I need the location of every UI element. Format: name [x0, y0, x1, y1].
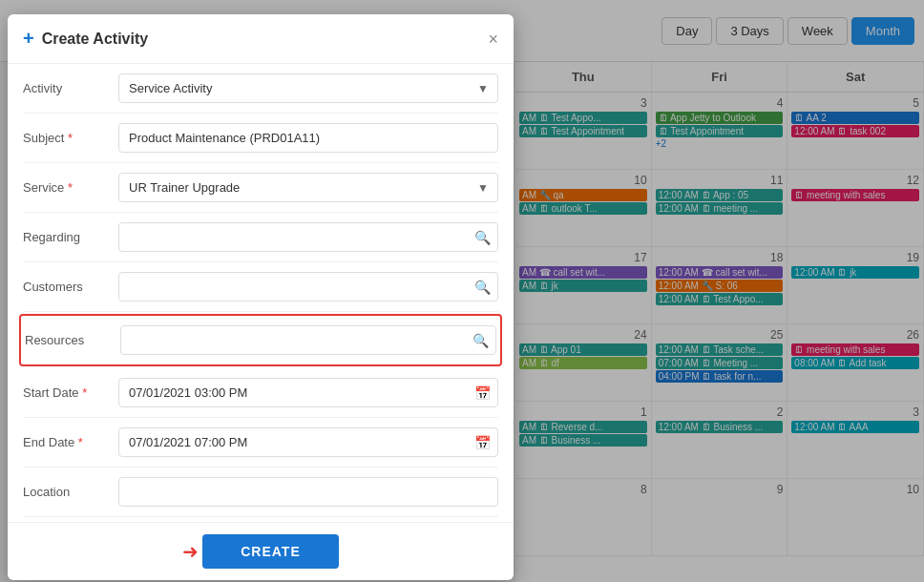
start-date-wrapper: 📅 — [118, 378, 498, 407]
activity-row: Activity Service Activity Meeting Call T… — [23, 64, 498, 114]
end-date-row: End Date * 📅 — [23, 418, 498, 468]
create-activity-dialog: + Create Activity × Activity Service Act… — [8, 14, 514, 580]
create-arrow-icon: ➜ — [182, 540, 199, 563]
customers-label: Customers — [23, 280, 118, 294]
service-select[interactable]: UR Trainer Upgrade Other Service — [118, 173, 498, 202]
regarding-input[interactable] — [118, 222, 498, 252]
activity-label: Activity — [23, 81, 118, 95]
service-required-star: * — [68, 180, 73, 195]
location-label: Location — [23, 485, 118, 499]
subject-input[interactable] — [118, 123, 498, 153]
end-date-required-star: * — [78, 435, 83, 449]
location-input[interactable] — [118, 477, 498, 507]
regarding-search-icon[interactable]: 🔍 — [474, 230, 491, 245]
dialog-footer: ➜ CREATE — [8, 522, 514, 580]
customers-search-icon[interactable]: 🔍 — [474, 280, 491, 295]
create-button[interactable]: CREATE — [202, 534, 339, 569]
activity-select[interactable]: Service Activity Meeting Call Task — [118, 73, 498, 103]
start-date-required-star: * — [82, 385, 87, 400]
start-date-label: Start Date * — [23, 385, 118, 400]
activity-select-wrapper: Service Activity Meeting Call Task ▼ — [118, 73, 498, 103]
subject-required-star: * — [68, 131, 73, 145]
resources-row: Resources 🔍 — [19, 314, 502, 366]
start-date-calendar-icon[interactable]: 📅 — [474, 385, 491, 401]
dialog-close-button[interactable]: × — [488, 31, 498, 48]
service-label: Service * — [23, 180, 118, 195]
regarding-label: Regarding — [23, 230, 118, 244]
subject-row: Subject * — [23, 114, 498, 163]
service-row: Service * UR Trainer Upgrade Other Servi… — [23, 163, 498, 213]
end-date-calendar-icon[interactable]: 📅 — [474, 435, 491, 450]
subject-label: Subject * — [23, 131, 118, 145]
dialog-body: Activity Service Activity Meeting Call T… — [8, 64, 514, 522]
customers-row: Customers 🔍 — [23, 262, 498, 312]
start-date-row: Start Date * 📅 — [23, 368, 498, 418]
resources-input[interactable] — [120, 325, 496, 355]
resources-label: Resources — [25, 333, 120, 347]
dialog-plus-icon: + — [23, 28, 34, 50]
resources-search-icon[interactable]: 🔍 — [472, 333, 489, 348]
service-select-wrapper: UR Trainer Upgrade Other Service ▼ — [118, 173, 498, 202]
regarding-row: Regarding 🔍 — [23, 213, 498, 262]
start-date-input[interactable] — [118, 378, 498, 407]
location-row: Location — [23, 468, 498, 517]
dialog-title: Create Activity — [42, 31, 489, 48]
end-date-wrapper: 📅 — [118, 427, 498, 457]
customers-input[interactable] — [118, 272, 498, 301]
end-date-input[interactable] — [118, 427, 498, 457]
resources-search-wrapper: 🔍 — [120, 325, 496, 355]
dialog-header: + Create Activity × — [8, 14, 514, 64]
customers-search-wrapper: 🔍 — [118, 272, 498, 301]
regarding-search-wrapper: 🔍 — [118, 222, 498, 252]
end-date-label: End Date * — [23, 435, 118, 449]
